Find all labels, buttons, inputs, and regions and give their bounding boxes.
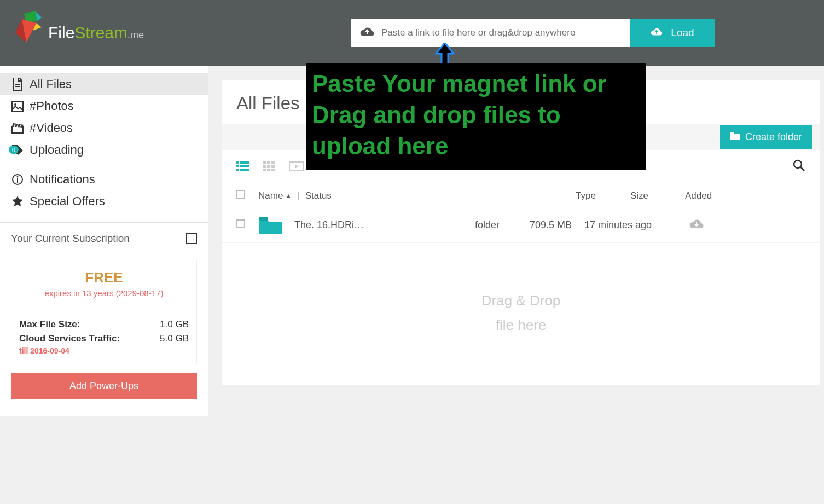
- svg-rect-26: [263, 165, 266, 168]
- cloud-upload-icon: [359, 26, 375, 40]
- plan-expires: expires in 13 years (2029-08-17): [11, 288, 196, 298]
- load-button[interactable]: Load: [630, 19, 715, 47]
- link-load-area: Load: [351, 19, 715, 47]
- column-size[interactable]: Size: [630, 190, 685, 201]
- file-table: Name ▲ | Status Type Size Added The.: [222, 184, 820, 243]
- dropzone-line1: Drag & Drop: [222, 292, 820, 309]
- tag-icon: 0: [11, 144, 24, 155]
- dropzone[interactable]: Drag & Drop file here: [222, 292, 820, 334]
- column-added[interactable]: Added: [685, 190, 773, 201]
- svg-rect-22: [240, 169, 249, 171]
- column-status[interactable]: Status: [305, 190, 332, 201]
- player-view-icon[interactable]: [289, 161, 304, 172]
- svg-rect-21: [240, 165, 249, 167]
- expand-icon[interactable]: →: [186, 233, 197, 244]
- annotation-overlay: Paste Your magnet link or Drag and drop …: [306, 63, 646, 170]
- cloud-traffic-till: till 2016-09-04: [19, 346, 189, 355]
- annotation-arrow-icon: [435, 43, 455, 66]
- star-icon: [11, 195, 24, 207]
- plan-card: FREE expires in 13 years (2029-08-17): [11, 260, 197, 308]
- sidebar-item-notifications[interactable]: Notifications: [0, 169, 208, 190]
- select-all-checkbox[interactable]: [236, 190, 245, 199]
- sidebar-item-label: #Photos: [30, 99, 74, 113]
- plan-name: FREE: [11, 260, 196, 286]
- link-input-container: [351, 19, 630, 47]
- create-folder-button[interactable]: Create folder: [720, 125, 812, 149]
- sidebar-item-label: Notifications: [30, 172, 95, 187]
- list-view-icon[interactable]: [236, 161, 252, 172]
- load-button-label: Load: [671, 27, 694, 39]
- sidebar-item-uploading[interactable]: 0 Uploading: [0, 139, 208, 161]
- svg-rect-9: [12, 126, 23, 133]
- sidebar-item-special-offers[interactable]: Special Offers: [0, 190, 208, 212]
- cloud-download-icon[interactable]: [688, 217, 705, 233]
- file-added: 17 minutes ago: [584, 219, 672, 231]
- svg-rect-15: [17, 178, 18, 183]
- row-checkbox[interactable]: [236, 219, 245, 228]
- svg-rect-30: [267, 169, 270, 171]
- svg-point-14: [17, 176, 19, 178]
- svg-rect-24: [267, 161, 270, 164]
- svg-point-8: [14, 103, 16, 106]
- sidebar-item-photos[interactable]: #Photos: [0, 95, 208, 117]
- svg-rect-17: [236, 161, 239, 164]
- svg-rect-23: [263, 161, 266, 164]
- app-header: FileStream.me Load: [0, 0, 824, 66]
- grid-view-icon[interactable]: [263, 161, 278, 172]
- table-header: Name ▲ | Status Type Size Added: [222, 184, 820, 207]
- sidebar-item-label: Uploading: [30, 143, 84, 157]
- cloud-traffic-value: 5.0 GB: [160, 333, 189, 344]
- logo-icon: [11, 11, 44, 55]
- link-input[interactable]: [381, 27, 621, 38]
- sidebar-item-label: #Videos: [30, 121, 73, 135]
- sidebar-item-all-files[interactable]: All Files: [0, 73, 208, 95]
- file-icon: [11, 78, 24, 91]
- max-file-size-label: Max File Size:: [19, 319, 80, 330]
- search-icon[interactable]: [792, 159, 805, 175]
- svg-rect-27: [267, 165, 270, 168]
- svg-point-34: [794, 160, 802, 168]
- sidebar-item-label: All Files: [30, 77, 72, 91]
- limits-panel: Max File Size: 1.0 GB Cloud Services Tra…: [11, 308, 197, 363]
- logo-text: FileStream.me: [48, 24, 144, 42]
- create-folder-label: Create folder: [745, 131, 802, 143]
- svg-rect-31: [271, 169, 275, 171]
- add-powerups-button[interactable]: Add Power-Ups: [11, 373, 197, 399]
- folder-plus-icon: [730, 131, 741, 143]
- svg-rect-28: [271, 165, 275, 168]
- file-name: The. 16.HDRi…: [294, 219, 475, 231]
- cloud-traffic-label: Cloud Services Traffic:: [19, 333, 120, 344]
- svg-rect-36: [259, 217, 268, 221]
- image-icon: [11, 101, 24, 112]
- dropzone-line2: file here: [222, 317, 820, 334]
- svg-rect-18: [236, 165, 239, 167]
- upload-count-badge: 0: [9, 146, 19, 154]
- column-type[interactable]: Type: [576, 190, 630, 201]
- sidebar: All Files #Photos #Videos 0 Uploading: [0, 66, 208, 416]
- svg-rect-29: [263, 169, 266, 171]
- sidebar-item-label: Special Offers: [30, 194, 105, 208]
- table-row[interactable]: The. 16.HDRi… folder 709.5 MB 17 minutes…: [222, 207, 820, 243]
- sidebar-item-videos[interactable]: #Videos: [0, 117, 208, 139]
- svg-rect-25: [271, 161, 275, 164]
- subscription-heading: Your Current Subscription →: [11, 233, 197, 245]
- folder-icon: [258, 215, 283, 235]
- file-type: folder: [475, 219, 530, 231]
- clapper-icon: [11, 123, 24, 134]
- svg-marker-33: [295, 164, 299, 169]
- logo[interactable]: FileStream.me: [11, 11, 144, 55]
- cloud-upload-icon: [650, 27, 663, 39]
- file-size: 709.5 MB: [530, 219, 584, 231]
- column-name[interactable]: Name: [258, 190, 283, 201]
- svg-rect-20: [240, 161, 249, 164]
- svg-rect-16: [730, 132, 734, 134]
- svg-rect-19: [236, 169, 239, 171]
- svg-line-35: [800, 167, 804, 171]
- sort-asc-icon: ▲: [285, 192, 292, 200]
- info-icon: [11, 173, 24, 186]
- max-file-size-value: 1.0 GB: [160, 319, 189, 330]
